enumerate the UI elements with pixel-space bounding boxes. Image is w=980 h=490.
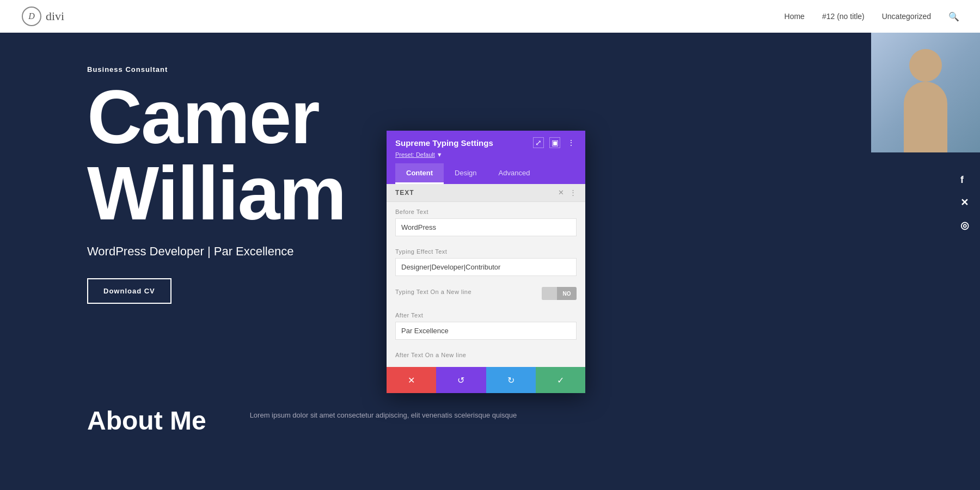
before-text-input[interactable] xyxy=(395,218,577,236)
before-text-label: Before Text xyxy=(395,209,577,215)
more-options-icon[interactable]: ⋮ xyxy=(566,137,577,148)
search-icon[interactable]: 🔍 xyxy=(948,11,958,21)
nav-link-notitle[interactable]: #12 (no title) xyxy=(822,12,865,21)
after-text-newline-label: After Text On a New line xyxy=(395,352,577,358)
toggle-off-state xyxy=(542,287,557,300)
typing-newline-row: Typing Text On a New line NO xyxy=(387,281,585,305)
preset-label: Preset: Default xyxy=(395,151,435,158)
logo-letter: D xyxy=(28,11,35,21)
hero-name-line2: William xyxy=(87,150,346,231)
about-title: About Me xyxy=(87,406,206,436)
instagram-icon[interactable]: ◎ xyxy=(960,219,969,231)
hero-section: Business Consultant Camer William WordPr… xyxy=(0,33,980,446)
settings-title: Supreme Typing Settings xyxy=(395,138,493,148)
logo-text: divi xyxy=(46,9,64,23)
typing-effect-label: Typing Effect Text xyxy=(395,248,577,255)
redo-button[interactable]: ↻ xyxy=(486,367,536,393)
facebook-icon[interactable]: f xyxy=(960,174,969,186)
after-text-newline-field: After Text On a New line xyxy=(387,345,585,367)
settings-header: Supreme Typing Settings ⤢ ▣ ⋮ Preset: De… xyxy=(387,131,585,184)
profile-image-container xyxy=(871,33,980,152)
logo[interactable]: D divi xyxy=(22,7,64,26)
twitter-x-icon[interactable]: ✕ xyxy=(960,197,969,209)
settings-header-top: Supreme Typing Settings ⤢ ▣ ⋮ xyxy=(395,137,577,148)
typing-newline-toggle[interactable]: NO xyxy=(542,287,577,300)
text-section-header: Text ✕ ⋮ xyxy=(387,184,585,202)
profile-image xyxy=(871,33,980,152)
tab-content[interactable]: Content xyxy=(395,163,444,184)
settings-tabs: Content Design Advanced xyxy=(395,163,577,184)
save-button[interactable]: ✓ xyxy=(536,367,585,393)
about-section-hint: About Me Lorem ipsum dolor sit amet cons… xyxy=(0,395,980,446)
preset-selector[interactable]: Preset: Default ▼ xyxy=(395,151,577,158)
typing-newline-label: Typing Text On a New line xyxy=(395,289,471,295)
logo-circle: D xyxy=(22,7,41,26)
more-section-icon[interactable]: ⋮ xyxy=(569,188,577,197)
toggle-no-label: NO xyxy=(557,287,577,300)
typing-effect-field: Typing Effect Text xyxy=(387,242,585,281)
text-section-title: Text xyxy=(395,189,414,197)
before-text-field: Before Text xyxy=(387,202,585,242)
settings-header-icons: ⤢ ▣ ⋮ xyxy=(533,137,577,148)
expand-icon[interactable]: ⤢ xyxy=(533,137,544,148)
hero-subtitle: Business Consultant xyxy=(87,65,893,74)
navigation: D divi Home #12 (no title) Uncategorized… xyxy=(0,0,980,33)
after-text-field: After Text xyxy=(387,305,585,345)
close-section-icon[interactable]: ✕ xyxy=(558,188,564,197)
social-icons: f ✕ ◎ xyxy=(960,174,969,231)
section-icons: ✕ ⋮ xyxy=(558,188,577,197)
settings-panel: Supreme Typing Settings ⤢ ▣ ⋮ Preset: De… xyxy=(387,131,585,393)
about-text: Lorem ipsum dolor sit amet consectetur a… xyxy=(250,406,517,436)
download-cv-button[interactable]: Download CV xyxy=(87,278,171,304)
hero-name-line1: Camer xyxy=(87,79,319,160)
after-text-input[interactable] xyxy=(395,322,577,340)
typing-effect-input[interactable] xyxy=(395,258,577,276)
nav-links: Home #12 (no title) Uncategorized 🔍 xyxy=(785,11,958,21)
settings-body: Text ✕ ⋮ Before Text Typing Effect Text … xyxy=(387,184,585,367)
nav-link-uncategorized[interactable]: Uncategorized xyxy=(882,12,931,21)
collapse-icon[interactable]: ▣ xyxy=(549,137,560,148)
undo-button[interactable]: ↺ xyxy=(436,367,486,393)
after-text-label: After Text xyxy=(395,312,577,318)
cancel-button[interactable]: ✕ xyxy=(387,367,436,393)
tab-design[interactable]: Design xyxy=(444,163,487,184)
settings-actions: ✕ ↺ ↻ ✓ xyxy=(387,367,585,393)
nav-link-home[interactable]: Home xyxy=(785,12,805,21)
tab-advanced[interactable]: Advanced xyxy=(488,163,541,184)
